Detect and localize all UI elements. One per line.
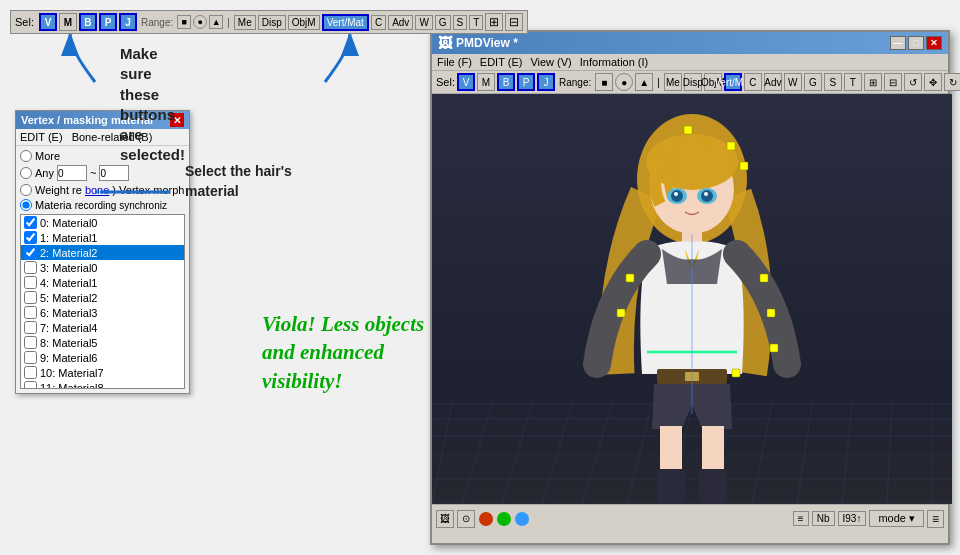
list-item[interactable]: 3: Material0 [21,260,184,275]
tb-objm[interactable]: ObjM [288,15,320,30]
pmd-tb-m[interactable]: M [477,73,495,91]
list-item[interactable]: 9: Material6 [21,350,184,365]
tb-w[interactable]: W [415,15,432,30]
tb-btn-v[interactable]: V [39,13,57,31]
chk-4[interactable] [24,276,37,289]
menu-file[interactable]: File (F) [437,56,472,68]
menu-view[interactable]: View (V) [530,56,571,68]
tb-c[interactable]: C [371,15,386,30]
pmd-range-tri[interactable]: ▲ [635,73,653,91]
tb-btn-p[interactable]: P [99,13,117,31]
pmd-list-icon[interactable]: ⊟ [884,73,902,91]
pmdview-statusbar: 🖼 ⊙ ≡ Nb I93↑ mode ▾ ≡ [432,504,948,532]
list-item[interactable]: 10: Material7 [21,365,184,380]
pmd-disp[interactable]: Disp [684,73,702,91]
pmd-range-circle[interactable]: ● [615,73,633,91]
tb-btn-b[interactable]: B [79,13,97,31]
select-hair-text: Select the hair's material [185,162,292,201]
list-item[interactable]: 4: Material1 [21,275,184,290]
pmd-move-icon[interactable]: ✥ [924,73,942,91]
material-list[interactable]: 0: Material0 1: Material1 2: Material2 3… [20,214,185,389]
pmdview-close[interactable]: ✕ [926,36,942,50]
chk-10[interactable] [24,366,37,379]
pmdview-window: 🖼 PMDView * — □ ✕ File (F) EDIT (E) View… [430,30,950,545]
status-small-icon1: ⊙ [457,510,475,528]
tb-t[interactable]: T [469,15,483,30]
radio-any[interactable] [20,167,32,179]
list-item[interactable]: 5: Material2 [21,290,184,305]
list-item-selected[interactable]: 2: Material2 [21,245,184,260]
pmd-w[interactable]: W [784,73,802,91]
tb-btn-j[interactable]: J [119,13,137,31]
menu-edit[interactable]: EDIT (E) [480,56,523,68]
pmd-tb-v[interactable]: V [457,73,475,91]
radio-material[interactable] [20,199,32,211]
pmd-g[interactable]: G [804,73,822,91]
tb-vertmat[interactable]: Vert/Mat [322,14,369,31]
menu-info[interactable]: Information (I) [580,56,648,68]
list-item[interactable]: 7: Material4 [21,320,184,335]
chk-11[interactable] [24,381,37,389]
svg-point-29 [701,190,713,202]
range-label: Range: [141,17,173,28]
pmd-me[interactable]: Me [664,73,682,91]
status-right: ≡ Nb I93↑ mode ▾ ≡ [793,510,944,528]
viewport-scene [432,94,952,504]
chk-3[interactable] [24,261,37,274]
radio-weight[interactable] [20,184,32,196]
svg-rect-39 [684,126,692,134]
svg-rect-41 [740,162,748,170]
list-item[interactable]: 6: Material3 [21,305,184,320]
radio-more[interactable] [20,150,32,162]
chk-6[interactable] [24,306,37,319]
tb-btn-m[interactable]: M [59,13,77,31]
pmdview-restore[interactable]: □ [908,36,924,50]
status-equals[interactable]: ≡ [927,510,944,528]
range-btn-circle[interactable]: ● [193,15,207,29]
chk-1[interactable] [24,231,37,244]
pmd-tb-p[interactable]: P [517,73,535,91]
pmd-refresh-icon[interactable]: ↺ [904,73,922,91]
label-weight: Weight re [35,184,82,196]
tb-disp[interactable]: Disp [258,15,286,30]
list-item[interactable]: 8: Material5 [21,335,184,350]
pmd-tb-b[interactable]: B [497,73,515,91]
status-nb[interactable]: Nb [812,511,835,526]
chk-2[interactable] [24,246,37,259]
list-item[interactable]: 1: Material1 [21,230,184,245]
vp-edit-menu[interactable]: EDIT (E) [20,131,63,143]
chk-5[interactable] [24,291,37,304]
pmdview-toolbar: Sel: V M B P J Range: ■ ● ▲ | Me Disp Ob… [432,71,948,94]
tb-s[interactable]: S [453,15,468,30]
pmd-adv[interactable]: Adv [764,73,782,91]
status-mode-dropdown[interactable]: mode ▾ [869,510,924,527]
tb-me[interactable]: Me [234,15,256,30]
list-item[interactable]: 0: Material0 [21,215,184,230]
pmd-range-sq[interactable]: ■ [595,73,613,91]
range-btn-sq[interactable]: ■ [177,15,191,29]
chk-0[interactable] [24,216,37,229]
status-icon-menu[interactable]: ≡ [793,511,809,526]
pmd-s[interactable]: S [824,73,842,91]
sep1: | [227,17,230,28]
pmd-3d-viewport[interactable] [432,94,948,504]
pmd-grid-icon[interactable]: ⊞ [864,73,882,91]
pmd-c[interactable]: C [744,73,762,91]
tb-g[interactable]: G [435,15,451,30]
list-item[interactable]: 11: Material8 [21,380,184,389]
chk-7[interactable] [24,321,37,334]
status-193[interactable]: I93↑ [838,511,867,526]
input-any-min[interactable] [57,165,87,181]
pmd-tb-j[interactable]: J [537,73,555,91]
tb-grid1[interactable]: ⊞ [485,13,503,31]
tb-adv[interactable]: Adv [388,15,413,30]
pmd-rot-icon[interactable]: ↻ [944,73,960,91]
pmd-t[interactable]: T [844,73,862,91]
range-btn-tri[interactable]: ▲ [209,15,223,29]
chk-9[interactable] [24,351,37,364]
tb-grid2[interactable]: ⊟ [505,13,523,31]
pmdview-minimize[interactable]: — [890,36,906,50]
chk-8[interactable] [24,336,37,349]
viola-text: Viola! Less objects and enhanced visibil… [262,310,424,395]
pmd-vertmat[interactable]: Vert/Mat [724,73,742,91]
